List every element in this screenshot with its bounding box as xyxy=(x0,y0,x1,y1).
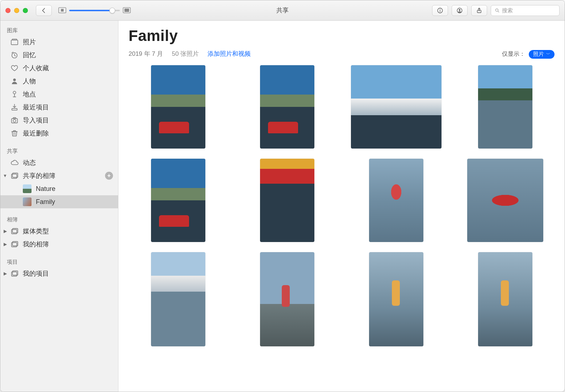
photo-thumbnail[interactable] xyxy=(347,159,445,242)
sidebar-item-my-projects[interactable]: ▶ 我的项目 xyxy=(0,267,118,280)
sidebar-header-albums: 相簿 xyxy=(0,213,118,225)
titlebar: 共享 xyxy=(0,0,565,21)
sidebar-item-label: 共享的相簿 xyxy=(23,171,55,180)
person-circle-icon xyxy=(456,7,463,14)
sidebar-item-label: 回忆 xyxy=(23,51,36,59)
disclosure-triangle-icon[interactable]: ▼ xyxy=(3,173,8,178)
sidebar-item-memories[interactable]: 回忆 xyxy=(0,49,118,62)
cloud-icon xyxy=(11,159,18,167)
svg-point-10 xyxy=(495,9,498,11)
svg-rect-6 xyxy=(440,10,440,12)
sidebar: 图库 照片 回忆 个人收藏 人物 地点 xyxy=(0,21,118,392)
photo-thumbnail[interactable] xyxy=(347,252,445,346)
disclosure-triangle-icon[interactable]: ▶ xyxy=(3,242,8,247)
album-thumbnail xyxy=(23,184,32,193)
album-title: Family xyxy=(129,27,554,45)
sidebar-item-imports[interactable]: 导入项目 xyxy=(0,114,118,127)
back-button[interactable] xyxy=(36,5,52,16)
sidebar-item-label: 我的相簿 xyxy=(23,240,49,249)
photo-thumbnail[interactable] xyxy=(456,252,554,346)
svg-point-8 xyxy=(459,9,461,11)
share-button[interactable] xyxy=(471,5,487,16)
sidebar-header-projects: 项目 xyxy=(0,256,118,267)
photo-thumbnail[interactable] xyxy=(129,65,227,149)
photo-thumbnail[interactable] xyxy=(129,159,227,242)
sidebar-item-label: Family xyxy=(36,198,55,206)
sidebar-item-media-types[interactable]: ▶ 媒体类型 xyxy=(0,225,118,238)
photo-thumbnail[interactable] xyxy=(238,252,336,346)
sidebar-item-label: 最近删除 xyxy=(23,129,49,138)
sidebar-item-label: 媒体类型 xyxy=(23,227,49,235)
zoom-thumb[interactable] xyxy=(109,8,115,13)
svg-rect-11 xyxy=(11,40,18,45)
photo-thumbnail[interactable] xyxy=(238,65,336,149)
sidebar-shared-album-nature[interactable]: Nature xyxy=(0,182,118,195)
sidebar-item-photos[interactable]: 照片 xyxy=(0,36,118,49)
disclosure-triangle-icon[interactable]: ▶ xyxy=(3,229,8,234)
info-button[interactable] xyxy=(432,5,448,16)
clock-icon xyxy=(11,51,18,59)
svg-rect-1 xyxy=(61,9,63,12)
photo-thumbnail[interactable] xyxy=(238,159,336,242)
filter-value: 照片 xyxy=(533,51,544,58)
photos-app-window: 共享 图库 照片 xyxy=(0,0,565,392)
sidebar-item-label: 个人收藏 xyxy=(23,64,49,72)
search-icon xyxy=(495,8,500,13)
add-photos-link[interactable]: 添加照片和视频 xyxy=(208,50,251,58)
sidebar-header-library: 图库 xyxy=(0,24,118,36)
sidebar-item-activity[interactable]: 动态 xyxy=(0,156,118,169)
window-controls xyxy=(5,8,28,13)
disclosure-triangle-icon[interactable]: ▶ xyxy=(3,271,8,276)
search-input[interactable] xyxy=(502,7,556,13)
svg-point-14 xyxy=(13,79,16,81)
svg-rect-12 xyxy=(12,39,17,40)
photos-icon xyxy=(11,38,18,46)
sidebar-item-my-albums[interactable]: ▶ 我的相簿 xyxy=(0,238,118,251)
album-stack-icon xyxy=(11,227,18,235)
main-content: Family 2019 年 7 月 50 张照片 添加照片和视频 仅显示： 照片… xyxy=(118,21,565,392)
sidebar-item-label: 地点 xyxy=(23,90,36,99)
fullscreen-window-button[interactable] xyxy=(23,8,28,13)
sidebar-item-places[interactable]: 地点 xyxy=(0,88,118,101)
sidebar-shared-album-family[interactable]: Family xyxy=(0,195,118,208)
filter-dropdown[interactable]: 照片 ﹀ xyxy=(529,50,554,59)
zoom-small-icon xyxy=(58,8,66,13)
sidebar-item-recents[interactable]: 最近项目 xyxy=(0,101,118,114)
thumbnail-zoom-slider[interactable] xyxy=(58,8,131,13)
search-field[interactable] xyxy=(491,5,560,16)
sidebar-item-label: Nature xyxy=(36,185,55,193)
zoom-track[interactable] xyxy=(69,10,120,11)
sidebar-item-label: 照片 xyxy=(23,38,36,46)
people-button[interactable] xyxy=(452,5,468,16)
sidebar-item-label: 人物 xyxy=(23,77,36,86)
album-thumbnail xyxy=(23,197,32,206)
album-stack-icon xyxy=(11,240,18,248)
photo-thumbnail[interactable] xyxy=(456,159,554,242)
chevron-down-icon: ﹀ xyxy=(546,51,550,57)
share-icon xyxy=(476,7,482,14)
album-count: 50 张照片 xyxy=(172,50,199,58)
sidebar-item-label: 我的项目 xyxy=(23,269,49,278)
photo-thumbnail[interactable] xyxy=(129,252,227,346)
camera-icon xyxy=(11,116,18,124)
sidebar-header-shared: 共享 xyxy=(0,145,118,156)
sidebar-item-people[interactable]: 人物 xyxy=(0,75,118,88)
add-shared-album-button[interactable]: + xyxy=(105,172,113,180)
close-window-button[interactable] xyxy=(5,8,11,13)
photo-thumbnail[interactable] xyxy=(347,65,445,149)
download-icon xyxy=(11,103,18,111)
person-icon xyxy=(11,77,18,85)
sidebar-item-label: 导入项目 xyxy=(23,116,49,125)
zoom-large-icon xyxy=(123,8,131,13)
minimize-window-button[interactable] xyxy=(14,8,19,13)
info-icon xyxy=(437,7,443,14)
chevron-left-icon xyxy=(41,7,47,14)
sidebar-item-shared-albums[interactable]: ▼ 共享的相簿 + xyxy=(0,169,118,182)
svg-point-15 xyxy=(13,91,16,94)
svg-rect-16 xyxy=(12,109,17,110)
photo-thumbnail[interactable] xyxy=(456,65,554,149)
sidebar-item-favorites[interactable]: 个人收藏 xyxy=(0,62,118,75)
trash-icon xyxy=(11,129,18,137)
svg-point-18 xyxy=(13,120,16,122)
sidebar-item-recently-deleted[interactable]: 最近删除 xyxy=(0,127,118,140)
